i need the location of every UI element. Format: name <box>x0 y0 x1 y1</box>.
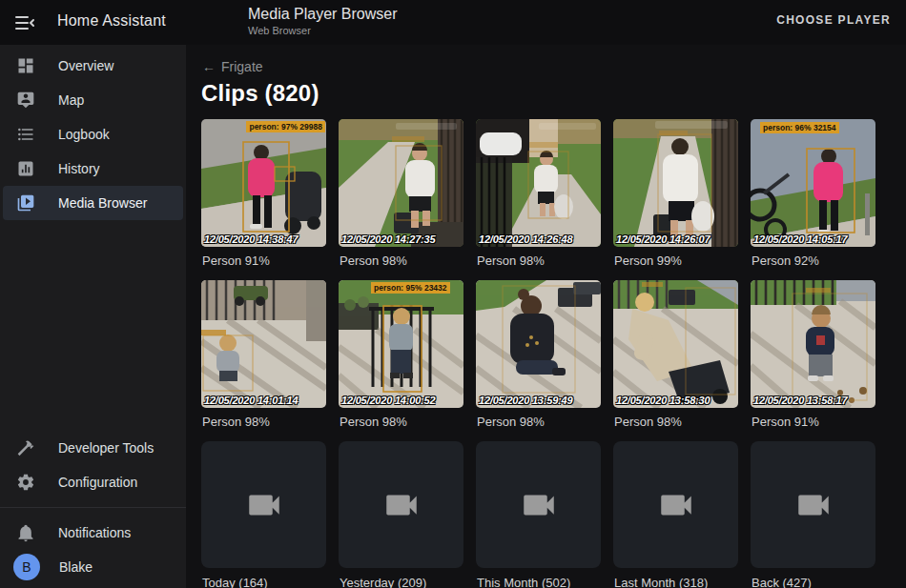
folder-tile-last-month[interactable] <box>613 441 738 568</box>
folder-card: Back (427) <box>751 441 875 588</box>
clip-thumbnail[interactable]: 12/05/2020 14:26:07 <box>613 119 738 247</box>
sidebar-item-label: Overview <box>58 58 113 73</box>
bell-icon <box>16 523 35 542</box>
sidebar-divider <box>0 507 186 508</box>
folder-card: Yesterday (209) <box>339 441 463 588</box>
video-icon <box>656 485 696 525</box>
sidebar: Overview Map Logbook History Media Brows… <box>0 45 186 588</box>
folder-card: Today (164) <box>201 441 326 588</box>
clip-thumbnail[interactable]: 12/05/2020 14:27:35 <box>339 119 463 247</box>
map-account-icon <box>16 91 35 110</box>
clip-thumbnail[interactable]: 12/05/2020 14:26:48 <box>476 119 601 247</box>
clip-scene-image <box>339 280 463 408</box>
clip-thumbnail[interactable]: 12/05/2020 13:58:17 <box>751 280 875 408</box>
sidebar-app-title: Home Assistant <box>57 12 166 30</box>
sidebar-item-overview[interactable]: Overview <box>3 49 183 83</box>
folder-label: Today (164) <box>202 576 326 588</box>
clip-card: person: 96% 32154 12/05/2020 14:05:17 Pe… <box>751 119 875 280</box>
folder-tile-this-month[interactable] <box>476 441 601 568</box>
video-icon <box>381 485 422 525</box>
video-icon <box>519 485 559 525</box>
folder-label: Last Month (318) <box>614 576 738 588</box>
gear-icon <box>16 473 35 492</box>
sidebar-item-label: Developer Tools <box>58 440 154 456</box>
clip-caption: Person 98% <box>477 415 601 429</box>
folder-tile-today[interactable] <box>201 441 326 568</box>
sidebar-item-developer-tools[interactable]: Developer Tools <box>3 431 183 465</box>
list-bulleted-icon <box>16 125 35 144</box>
hammer-icon <box>16 438 35 457</box>
folder-tile-back[interactable] <box>751 441 875 568</box>
clip-caption: Person 98% <box>340 415 463 429</box>
clip-thumbnail[interactable]: person: 96% 32154 12/05/2020 14:05:17 <box>751 119 875 247</box>
clip-thumbnail[interactable]: 12/05/2020 13:59:49 <box>476 280 601 408</box>
clip-caption: Person 98% <box>340 253 463 268</box>
clip-card: 12/05/2020 13:59:49 Person 98% <box>476 280 601 441</box>
sidebar-item-label: Notifications <box>58 525 131 540</box>
clip-caption: Person 92% <box>752 253 875 268</box>
clips-grid: person: 97% 29988 12/05/2020 14:38:47 Pe… <box>186 119 906 588</box>
clip-scene-image <box>476 119 601 247</box>
user-avatar: B <box>13 554 40 580</box>
clip-thumbnail[interactable]: 12/05/2020 13:58:30 <box>613 280 738 408</box>
folder-label: Yesterday (209) <box>340 576 463 588</box>
clip-card: person: 97% 29988 12/05/2020 14:38:47 Pe… <box>201 119 326 280</box>
detection-label: person: 95% 23432 <box>371 282 450 294</box>
clip-scene-image <box>339 119 463 247</box>
breadcrumb-back[interactable]: ←Frigate <box>186 45 263 74</box>
page-header-title: Media Player Browser <box>248 6 398 23</box>
page-title: Clips (820) <box>186 75 906 119</box>
clip-timestamp: 12/05/2020 14:26:48 <box>479 233 572 245</box>
clip-timestamp: 12/05/2020 14:27:35 <box>341 233 435 245</box>
clip-caption: Person 91% <box>202 253 326 268</box>
sidebar-item-map[interactable]: Map <box>3 83 183 117</box>
clip-card: 12/05/2020 14:27:35 Person 98% <box>339 119 463 280</box>
clip-caption: Person 91% <box>752 415 875 429</box>
clip-timestamp: 12/05/2020 14:01:14 <box>204 395 298 406</box>
sidebar-item-history[interactable]: History <box>3 152 183 186</box>
clip-timestamp: 12/05/2020 14:05:17 <box>753 233 847 245</box>
clip-card: person: 95% 23432 12/05/2020 14:00:52 Pe… <box>339 280 463 441</box>
clip-scene-image <box>751 119 875 247</box>
clip-timestamp: 12/05/2020 13:59:49 <box>479 395 572 406</box>
clip-scene-image <box>201 119 326 247</box>
clip-timestamp: 12/05/2020 14:26:07 <box>616 233 710 245</box>
sidebar-item-media-browser[interactable]: Media Browser <box>3 186 183 220</box>
user-name: Blake <box>59 559 93 575</box>
clip-timestamp: 12/05/2020 13:58:17 <box>753 395 847 406</box>
sidebar-item-logbook[interactable]: Logbook <box>3 117 183 152</box>
clip-caption: Person 99% <box>614 253 738 268</box>
panel-title-block: Media Player Browser Web Browser <box>248 6 398 36</box>
back-arrow-icon: ← <box>202 59 216 74</box>
sidebar-item-profile[interactable]: B Blake <box>3 550 183 584</box>
choose-player-button[interactable]: CHOOSE PLAYER <box>776 13 891 27</box>
detection-label: person: 96% 32154 <box>760 122 839 133</box>
clip-thumbnail[interactable]: 12/05/2020 14:01:14 <box>201 280 326 408</box>
chart-box-icon <box>16 159 35 178</box>
sidebar-toggle-icon[interactable] <box>13 11 36 34</box>
folder-card: Last Month (318) <box>613 441 738 588</box>
sidebar-item-label: Media Browser <box>58 195 147 211</box>
sidebar-item-label: Configuration <box>58 475 137 490</box>
clip-timestamp: 12/05/2020 13:58:30 <box>616 395 710 406</box>
clip-card: 12/05/2020 14:26:07 Person 99% <box>613 119 738 280</box>
clip-scene-image <box>476 280 601 408</box>
folder-card: This Month (502) <box>476 441 601 588</box>
clip-thumbnail[interactable]: person: 95% 23432 12/05/2020 14:00:52 <box>339 280 463 408</box>
folder-tile-yesterday[interactable] <box>339 441 463 568</box>
sidebar-item-configuration[interactable]: Configuration <box>3 465 183 499</box>
clip-card: 12/05/2020 14:01:14 Person 98% <box>201 280 326 441</box>
view-dashboard-icon <box>16 56 35 75</box>
play-box-multiple-icon <box>16 193 35 213</box>
clip-caption: Person 98% <box>614 415 738 429</box>
sidebar-item-notifications[interactable]: Notifications <box>3 516 183 550</box>
clip-scene-image <box>201 280 326 408</box>
clip-timestamp: 12/05/2020 14:38:47 <box>204 233 298 245</box>
video-icon <box>244 485 284 525</box>
clip-card: 12/05/2020 13:58:30 Person 98% <box>613 280 738 441</box>
clip-caption: Person 98% <box>202 415 326 429</box>
sidebar-item-label: Map <box>58 92 84 108</box>
clip-card: 12/05/2020 14:26:48 Person 98% <box>476 119 601 280</box>
clip-thumbnail[interactable]: person: 97% 29988 12/05/2020 14:38:47 <box>201 119 326 247</box>
clip-timestamp: 12/05/2020 14:00:52 <box>341 395 435 406</box>
